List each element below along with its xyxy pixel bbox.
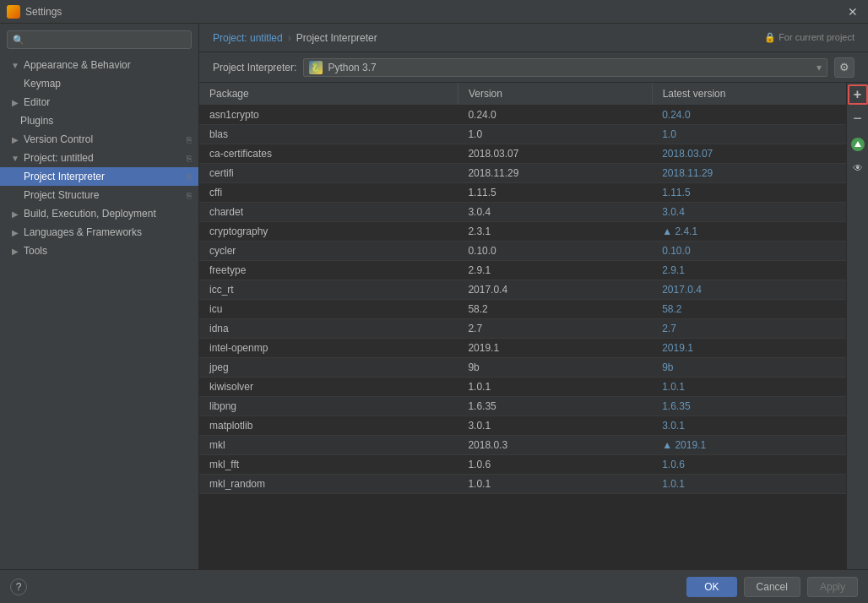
header-package[interactable]: Package (199, 83, 458, 106)
expand-arrow-build: ▶ (10, 209, 20, 219)
package-latest: 58.2 (652, 300, 846, 319)
upgrade-green-circle (851, 138, 865, 151)
package-latest: 1.0.6 (652, 455, 846, 475)
package-latest: 1.6.35 (652, 397, 846, 416)
table-row[interactable]: kiwisolver1.0.11.0.1 (199, 378, 846, 397)
breadcrumb-project[interactable]: Project: untitled (213, 32, 283, 44)
table-row[interactable]: asn1crypto0.24.00.24.0 (199, 106, 846, 125)
sidebar-item-languages-frameworks[interactable]: ▶ Languages & Frameworks (0, 223, 198, 242)
table-row[interactable]: icu58.258.2 (199, 300, 846, 319)
package-latest: 2.7 (652, 319, 846, 339)
action-buttons-panel: + − 👁 (846, 83, 868, 569)
package-name: icu (199, 300, 458, 319)
sidebar-item-project-interpreter[interactable]: Project Interpreter ⎘ (0, 167, 198, 186)
interpreter-select[interactable]: 🐍 Python 3.7 ▾ (303, 58, 827, 77)
package-version: 2018.11.29 (458, 164, 652, 183)
sidebar-item-label: Languages & Frameworks (24, 226, 192, 238)
table-row[interactable]: mkl_fft1.0.61.0.6 (199, 455, 846, 475)
package-name: intel-openmp (199, 339, 458, 358)
package-name: libpng (199, 397, 458, 416)
upgrade-icon (854, 140, 862, 149)
header-version[interactable]: Version (458, 83, 652, 106)
package-name: ca-certificates (199, 144, 458, 164)
table-row[interactable]: chardet3.0.43.0.4 (199, 203, 846, 222)
package-name: certifi (199, 164, 458, 183)
sidebar-item-plugins[interactable]: Plugins (0, 111, 198, 130)
sidebar-item-project-structure[interactable]: Project Structure ⎘ (0, 186, 198, 204)
main-container: 🔍 ▼ Appearance & Behavior Keymap ▶ Edito… (0, 24, 868, 569)
table-row[interactable]: freetype2.9.12.9.1 (199, 261, 846, 280)
package-latest: 0.24.0 (652, 106, 846, 125)
table-row[interactable]: libpng1.6.351.6.35 (199, 397, 846, 416)
breadcrumb-separator: › (288, 32, 291, 44)
sidebar-item-project-untitled[interactable]: ▼ Project: untitled ⎘ (0, 149, 198, 167)
package-latest: 3.0.1 (652, 416, 846, 436)
package-version: 1.11.5 (458, 183, 652, 203)
table-row[interactable]: cycler0.10.00.10.0 (199, 242, 846, 261)
table-row[interactable]: idna2.72.7 (199, 319, 846, 339)
package-version: 2019.1 (458, 339, 652, 358)
package-name: freetype (199, 261, 458, 280)
table-row[interactable]: mkl_random1.0.11.0.1 (199, 475, 846, 494)
interpreter-settings-gear[interactable]: ⚙ (834, 57, 854, 78)
help-button[interactable]: ? (10, 579, 27, 595)
package-name: cycler (199, 242, 458, 261)
sidebar-item-appearance-behavior[interactable]: ▼ Appearance & Behavior (0, 56, 198, 74)
package-name: cffi (199, 183, 458, 203)
table-row[interactable]: blas1.01.0 (199, 125, 846, 144)
packages-table: Package Version Latest version asn1crypt… (199, 83, 846, 494)
ok-button[interactable]: OK (686, 577, 736, 597)
package-version: 0.10.0 (458, 242, 652, 261)
search-bar[interactable]: 🔍 (7, 30, 192, 49)
expand-arrow-languages: ▶ (10, 227, 20, 237)
sidebar-item-label: Keymap (24, 78, 192, 90)
package-name: kiwisolver (199, 378, 458, 397)
cancel-button[interactable]: Cancel (744, 577, 800, 597)
expand-arrow-vcs: ▶ (10, 134, 20, 144)
table-row[interactable]: certifi2018.11.292018.11.29 (199, 164, 846, 183)
upgrade-package-button[interactable] (848, 134, 868, 155)
sidebar-item-keymap[interactable]: Keymap (0, 74, 198, 93)
show-package-button[interactable]: 👁 (848, 158, 868, 178)
bottom-bar: ? OK Cancel Apply (0, 569, 868, 603)
package-version: 0.24.0 (458, 106, 652, 125)
package-latest: 1.0 (652, 125, 846, 144)
search-input[interactable] (29, 34, 186, 46)
package-name: mkl_fft (199, 455, 458, 475)
table-row[interactable]: cryptography2.3.1▲ 2.4.1 (199, 222, 846, 242)
vcs-icon: ⎘ (187, 135, 192, 144)
package-version: 1.6.35 (458, 397, 652, 416)
package-latest: 3.0.4 (652, 203, 846, 222)
expand-arrow-tools: ▶ (10, 246, 20, 256)
package-latest: 2.9.1 (652, 261, 846, 280)
eye-icon: 👁 (853, 162, 863, 174)
sidebar-item-tools[interactable]: ▶ Tools (0, 242, 198, 260)
add-package-button[interactable]: + (848, 84, 868, 105)
remove-package-button[interactable]: − (848, 108, 868, 128)
sidebar-item-editor[interactable]: ▶ Editor (0, 93, 198, 111)
package-latest: 1.0.1 (652, 378, 846, 397)
package-version: 1.0.6 (458, 455, 652, 475)
table-row[interactable]: matplotlib3.0.13.0.1 (199, 416, 846, 436)
package-name: matplotlib (199, 416, 458, 436)
table-row[interactable]: mkl2018.0.3▲ 2019.1 (199, 436, 846, 455)
table-row[interactable]: icc_rt2017.0.42017.0.4 (199, 280, 846, 300)
svg-marker-0 (854, 141, 861, 147)
apply-button[interactable]: Apply (807, 577, 858, 597)
header-latest[interactable]: Latest version (652, 83, 846, 106)
package-name: asn1crypto (199, 106, 458, 125)
table-row[interactable]: cffi1.11.51.11.5 (199, 183, 846, 203)
close-button[interactable]: ✕ (844, 3, 861, 20)
search-icon: 🔍 (13, 35, 24, 46)
table-row[interactable]: ca-certificates2018.03.072018.03.07 (199, 144, 846, 164)
package-version: 2018.03.07 (458, 144, 652, 164)
package-version: 2018.0.3 (458, 436, 652, 455)
table-row[interactable]: intel-openmp2019.12019.1 (199, 339, 846, 358)
window-title: Settings (25, 6, 62, 18)
sidebar-item-label: Project: untitled (24, 152, 183, 164)
sidebar-item-build-execution[interactable]: ▶ Build, Execution, Deployment (0, 204, 198, 223)
package-latest: 2017.0.4 (652, 280, 846, 300)
project-icon: ⎘ (187, 154, 192, 163)
sidebar-item-version-control[interactable]: ▶ Version Control ⎘ (0, 130, 198, 149)
table-row[interactable]: jpeg9b9b (199, 358, 846, 378)
